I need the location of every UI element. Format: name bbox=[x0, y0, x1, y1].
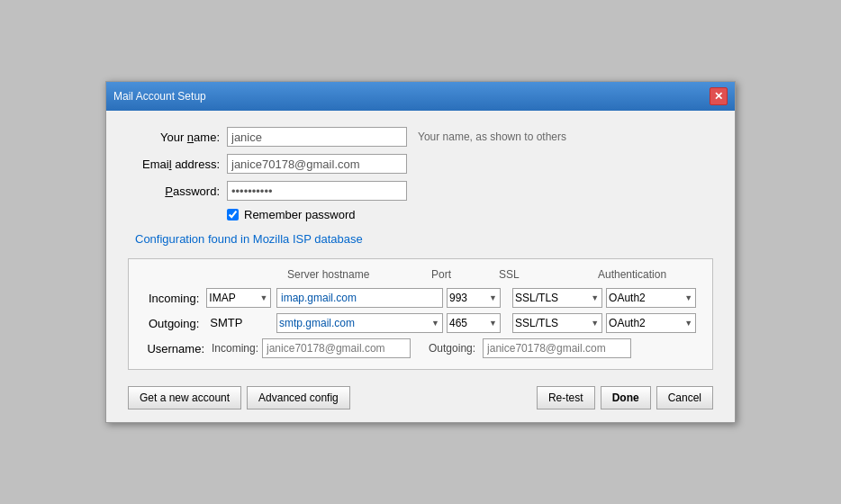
incoming-ssl-wrapper: SSL/TLS STARTTLS None bbox=[512, 288, 602, 308]
right-buttons: Re-test Done Cancel bbox=[537, 386, 713, 410]
incoming-port-wrapper: 993 143 bbox=[447, 288, 501, 308]
password-row: Password: bbox=[128, 181, 713, 201]
button-bar: Get a new account Advanced config Re-tes… bbox=[128, 382, 713, 410]
left-buttons: Get a new account Advanced config bbox=[128, 386, 350, 410]
title-bar: Mail Account Setup ✕ bbox=[106, 82, 735, 111]
auth-header: Authentication bbox=[598, 268, 701, 281]
close-button[interactable]: ✕ bbox=[710, 87, 728, 105]
incoming-row: Incoming: IMAP POP3 993 bbox=[140, 288, 701, 308]
config-notice: Configuration found in Mozilla ISP datab… bbox=[128, 232, 713, 246]
name-row: Your name: Your name, as shown to others bbox=[128, 127, 713, 147]
incoming-type-select[interactable]: IMAP POP3 bbox=[206, 288, 271, 308]
incoming-auth-select[interactable]: OAuth2 Normal password Kerberos bbox=[606, 288, 696, 308]
outgoing-hostname-select[interactable]: smtp.gmail.com bbox=[276, 313, 443, 333]
hostname-header: Server hostname bbox=[284, 268, 431, 281]
outgoing-label: Outgoing: bbox=[140, 317, 206, 330]
get-new-account-button[interactable]: Get a new account bbox=[128, 386, 241, 410]
outgoing-auth-select[interactable]: OAuth2 Normal password Kerberos bbox=[606, 313, 696, 333]
outgoing-username-group: Outgoing: bbox=[429, 338, 631, 358]
username-label: Username: bbox=[140, 342, 212, 356]
remember-password-checkbox[interactable] bbox=[227, 209, 239, 220]
incoming-username-label: Incoming: bbox=[212, 342, 258, 355]
outgoing-ssl-select[interactable]: SSL/TLS STARTTLS None bbox=[512, 313, 602, 333]
server-panel: Server hostname Port SSL Authentication … bbox=[128, 258, 713, 370]
incoming-auth-wrapper: OAuth2 Normal password Kerberos bbox=[606, 288, 696, 308]
outgoing-hostname-wrapper: smtp.gmail.com bbox=[276, 313, 443, 333]
outgoing-row: Outgoing: SMTP smtp.gmail.com 465 bbox=[140, 313, 701, 333]
retest-button[interactable]: Re-test bbox=[537, 386, 595, 410]
incoming-label: Incoming: bbox=[140, 292, 206, 305]
done-button[interactable]: Done bbox=[601, 386, 651, 410]
outgoing-username-label: Outgoing: bbox=[429, 342, 475, 355]
username-row: Username: Incoming: Outgoing: bbox=[140, 338, 701, 358]
password-input[interactable] bbox=[227, 181, 407, 201]
dialog-body: Your name: Your name, as shown to others… bbox=[106, 111, 735, 422]
cancel-button[interactable]: Cancel bbox=[656, 386, 713, 410]
outgoing-port-wrapper: 465 587 25 bbox=[447, 313, 501, 333]
name-hint: Your name, as shown to others bbox=[418, 130, 566, 143]
port-header: Port bbox=[431, 268, 499, 281]
remember-password-label: Remember password bbox=[244, 208, 356, 221]
email-input[interactable] bbox=[227, 154, 407, 174]
remember-row: Remember password bbox=[227, 208, 713, 221]
account-form: Your name: Your name, as shown to others… bbox=[128, 127, 713, 221]
outgoing-port-select[interactable]: 465 587 25 bbox=[447, 313, 501, 333]
name-label: Your name: bbox=[128, 130, 227, 144]
incoming-username-input[interactable] bbox=[262, 338, 411, 358]
incoming-port-select[interactable]: 993 143 bbox=[447, 288, 501, 308]
outgoing-type-label: SMTP bbox=[206, 313, 242, 333]
dialog-title: Mail Account Setup bbox=[113, 90, 206, 103]
email-label: Email address: bbox=[128, 158, 227, 171]
name-input[interactable] bbox=[227, 127, 407, 147]
incoming-hostname-input[interactable] bbox=[276, 288, 443, 308]
outgoing-auth-wrapper: OAuth2 Normal password Kerberos bbox=[606, 313, 696, 333]
advanced-config-button[interactable]: Advanced config bbox=[247, 386, 350, 410]
password-label: Password: bbox=[128, 184, 227, 198]
outgoing-ssl-wrapper: SSL/TLS STARTTLS None bbox=[512, 313, 602, 333]
incoming-ssl-select[interactable]: SSL/TLS STARTTLS None bbox=[512, 288, 602, 308]
outgoing-username-input[interactable] bbox=[483, 338, 631, 358]
mail-account-setup-dialog: Mail Account Setup ✕ Your name: Your nam… bbox=[105, 81, 736, 423]
email-row: Email address: bbox=[128, 154, 713, 174]
ssl-header: SSL bbox=[499, 268, 598, 281]
incoming-type-wrapper: IMAP POP3 bbox=[206, 288, 271, 308]
server-table-header: Server hostname Port SSL Authentication bbox=[140, 268, 701, 281]
